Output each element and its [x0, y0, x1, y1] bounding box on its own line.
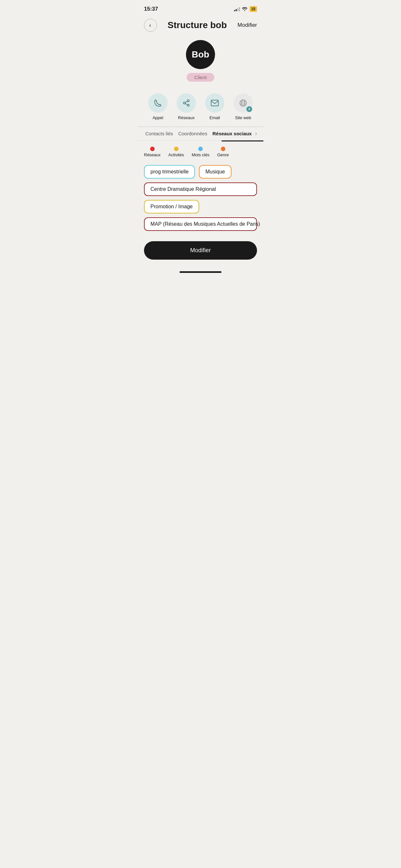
- svg-line-3: [185, 101, 187, 103]
- filter-tab-activites[interactable]: Activités: [168, 147, 184, 157]
- share-icon: [182, 99, 190, 107]
- appel-label: Appel: [152, 115, 163, 120]
- action-appel[interactable]: Appel: [148, 93, 167, 120]
- tags-row-2: Centre Dramatique Régional: [144, 182, 257, 196]
- signal-icon: [234, 7, 240, 11]
- status-time: 15:37: [144, 6, 158, 12]
- modifier-button[interactable]: Modifier: [144, 241, 257, 259]
- back-chevron-icon: ‹: [149, 22, 151, 28]
- page-title: Structure bob: [157, 20, 238, 30]
- siteweb-icon-circle: +: [234, 93, 253, 113]
- tags-area: prog trimestrielle Musique Centre Dramat…: [137, 160, 264, 236]
- wifi-icon: [242, 6, 248, 12]
- action-email[interactable]: Email: [205, 93, 224, 120]
- appel-icon-circle: [148, 93, 167, 113]
- reseaux-filter-label: Réseaux: [144, 152, 160, 157]
- activites-dot: [174, 147, 179, 151]
- plus-badge: +: [246, 106, 252, 112]
- action-siteweb[interactable]: + Site web: [234, 93, 253, 120]
- status-bar: 15:37 15: [137, 0, 264, 16]
- back-button[interactable]: ‹: [144, 19, 157, 32]
- globe-icon: [239, 99, 247, 107]
- genre-filter-label: Genre: [217, 152, 229, 157]
- avatar-initials: Bob: [192, 50, 209, 60]
- tab-reseaux-sociaux[interactable]: Réseaux sociaux: [210, 127, 254, 140]
- tag-promotion-image[interactable]: Promotion / Image: [144, 200, 199, 213]
- tags-row-3: Promotion / Image: [144, 200, 257, 213]
- tab-active-underline: [221, 141, 264, 142]
- tab-underline-row: [137, 141, 264, 142]
- genre-dot: [221, 147, 225, 151]
- filter-tab-mots-cles[interactable]: Mots clés: [192, 147, 210, 157]
- battery-icon: 15: [250, 6, 257, 12]
- tag-prog-trimestrielle[interactable]: prog trimestrielle: [144, 165, 195, 179]
- client-badge: Client: [187, 73, 214, 82]
- nav-header: ‹ Structure bob Modifier: [137, 16, 264, 37]
- mots-cles-filter-label: Mots clés: [192, 152, 210, 157]
- filter-tab-reseaux[interactable]: Réseaux: [144, 147, 160, 157]
- activites-filter-label: Activités: [168, 152, 184, 157]
- filter-tab-genre[interactable]: Genre: [217, 147, 229, 157]
- email-icon: [211, 99, 219, 106]
- tags-row-1: prog trimestrielle Musique: [144, 165, 257, 179]
- tab-contacts-lies[interactable]: Contacts liés: [143, 127, 176, 140]
- action-reseaux[interactable]: Réseaux: [177, 93, 196, 120]
- action-buttons: Appel Réseaux Email: [137, 88, 264, 127]
- email-icon-circle: [205, 93, 224, 113]
- tag-musique[interactable]: Musique: [199, 165, 231, 179]
- mots-cles-dot: [198, 147, 203, 151]
- phone-icon: [154, 99, 162, 107]
- header-edit-button[interactable]: Modifier: [238, 22, 257, 28]
- battery-level: 15: [251, 7, 255, 11]
- svg-point-7: [242, 100, 245, 106]
- reseaux-dot: [150, 147, 155, 151]
- tab-coordonnees[interactable]: Coordonnées: [176, 127, 210, 140]
- tag-map[interactable]: MAP (Réseau des Musiques Actuelles de Pa…: [144, 217, 257, 231]
- tabs-more-chevron-icon[interactable]: ›: [255, 130, 258, 137]
- svg-point-2: [187, 104, 189, 106]
- svg-rect-5: [211, 100, 218, 106]
- home-indicator: [137, 265, 264, 276]
- reseaux-label: Réseaux: [178, 115, 194, 120]
- tags-row-4: MAP (Réseau des Musiques Actuelles de Pa…: [144, 217, 257, 231]
- avatar-section: Bob Client: [137, 37, 264, 88]
- svg-point-1: [183, 102, 185, 104]
- svg-point-6: [240, 100, 246, 106]
- status-icons: 15: [234, 6, 257, 12]
- filter-tabs: Réseaux Activités Mots clés Genre: [137, 142, 264, 160]
- main-tabs-row: Contacts liés Coordonnées Réseaux sociau…: [137, 127, 264, 141]
- home-bar: [180, 271, 221, 273]
- siteweb-label: Site web: [235, 115, 251, 120]
- avatar: Bob: [186, 40, 215, 69]
- svg-line-4: [185, 104, 187, 105]
- tag-centre-dramatique[interactable]: Centre Dramatique Régional: [144, 182, 257, 196]
- reseaux-icon-circle: [177, 93, 196, 113]
- main-tabs-container: Contacts liés Coordonnées Réseaux sociau…: [137, 127, 264, 142]
- svg-point-0: [187, 100, 189, 102]
- email-label: Email: [210, 115, 220, 120]
